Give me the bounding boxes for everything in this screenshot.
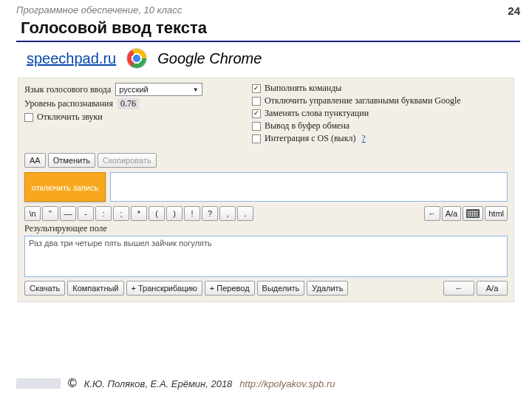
page-title: Голосовой ввод текста	[0, 17, 532, 39]
footer-link[interactable]: http://kpolyakov.spb.ru	[239, 378, 335, 389]
cmd-checkbox[interactable]: ✓	[252, 84, 261, 93]
clip-label: Вывод в буфер обмена	[265, 120, 349, 132]
sym-semicolon[interactable]: ;	[113, 206, 129, 221]
download-button[interactable]: Скачать	[24, 281, 65, 296]
chrome-icon	[126, 48, 147, 69]
mute-label: Отключить звуки	[37, 112, 103, 123]
html-button[interactable]: html	[485, 206, 508, 221]
back-button[interactable]: ←	[424, 206, 440, 221]
input-textarea[interactable]	[110, 172, 508, 202]
chrome-label: Google Chrome	[157, 50, 262, 67]
help-link[interactable]: ?	[361, 133, 365, 144]
page-number: 24	[508, 4, 520, 17]
footer-decoration	[16, 378, 61, 389]
sym-newline[interactable]: \n	[24, 206, 41, 221]
keyboard-button[interactable]	[463, 206, 483, 221]
mute-checkbox[interactable]	[24, 113, 33, 122]
speechpad-link[interactable]: speechpad.ru	[27, 50, 116, 67]
clip-checkbox[interactable]	[252, 122, 261, 131]
sym-emdash[interactable]: —	[60, 206, 76, 221]
transcribe-button[interactable]: + Транскрибацию	[126, 281, 202, 296]
back2-button[interactable]: ←	[443, 281, 474, 296]
translate-button[interactable]: + Перевод	[205, 281, 255, 296]
copy-button[interactable]: Скопировать	[98, 153, 157, 168]
caps-checkbox[interactable]	[252, 97, 261, 106]
footer: © К.Ю. Поляков, Е.А. Ерёмин, 2018 http:/…	[16, 377, 335, 390]
os-label: Интеграция с OS (выкл)	[265, 133, 355, 144]
punct-label: Заменять слова пунктуации	[265, 108, 369, 119]
chevron-down-icon: ▼	[193, 86, 199, 93]
lang-select[interactable]: русский ▼	[115, 83, 202, 96]
aa-button[interactable]: AA	[24, 153, 46, 168]
result-textarea[interactable]: Раз два три четыре пять вышел зайчик пог…	[24, 236, 508, 277]
result-label: Результирующее поле	[24, 223, 508, 234]
sym-quote[interactable]: "	[42, 206, 58, 221]
punct-checkbox[interactable]: ✓	[252, 109, 261, 118]
sym-rparen[interactable]: )	[166, 206, 183, 221]
case2-button[interactable]: A/a	[477, 281, 508, 296]
authors: К.Ю. Поляков, Е.А. Ерёмин, 2018	[84, 378, 233, 389]
sym-period[interactable]: .	[237, 206, 253, 221]
title-rule	[16, 41, 520, 42]
lang-label: Язык голосового ввода	[24, 84, 111, 95]
sym-lparen[interactable]: (	[149, 206, 165, 221]
rec-value: 0.76	[117, 98, 139, 109]
symbol-toolbar: \n " — - : ; * ( ) ! ? , . ← A/a html	[24, 206, 508, 221]
record-button[interactable]: отключить запись	[24, 172, 106, 202]
sym-comma[interactable]: ,	[219, 206, 236, 221]
caps-label: Отключить управление заглавными буквами …	[265, 95, 461, 106]
sym-quest[interactable]: ?	[202, 206, 218, 221]
sym-asterisk[interactable]: *	[131, 206, 147, 221]
copyright-icon: ©	[68, 377, 77, 390]
cmd-label: Выполнять команды	[265, 83, 341, 94]
rec-label: Уровень распознавания	[24, 98, 113, 109]
sym-excl[interactable]: !	[184, 206, 200, 221]
case-button[interactable]: A/a	[442, 206, 462, 221]
sym-dash[interactable]: -	[78, 206, 94, 221]
keyboard-icon	[466, 209, 480, 218]
undo-button[interactable]: Отменить	[48, 153, 95, 168]
course-label: Программное обеспечение, 10 класс	[16, 4, 182, 17]
app-panel: Язык голосового ввода русский ▼ Уровень …	[18, 78, 514, 302]
delete-button[interactable]: Удалить	[307, 281, 348, 296]
os-checkbox[interactable]	[252, 134, 261, 143]
select-button[interactable]: Выделить	[257, 281, 305, 296]
sym-colon[interactable]: :	[95, 206, 112, 221]
compact-button[interactable]: Компактный	[67, 281, 123, 296]
lang-value: русский	[119, 85, 148, 94]
